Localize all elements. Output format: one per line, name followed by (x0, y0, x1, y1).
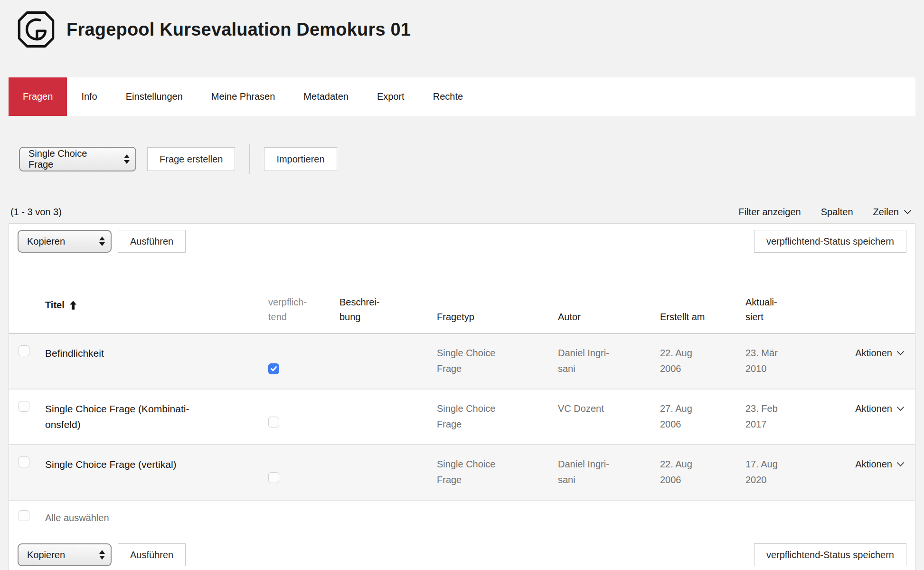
mandatory-checkbox[interactable] (268, 417, 279, 428)
question-table: Titel verpflich- tend Beschrei- bung Fra… (9, 259, 915, 535)
question-created: 22. Aug 2006 (653, 333, 739, 389)
toolbar-divider (249, 144, 250, 174)
column-header-verpflichtend: verpflich- tend (262, 259, 333, 333)
question-author: Daniel Ingri- sani (551, 445, 653, 500)
select-all-checkbox[interactable] (19, 510, 29, 521)
list-meta-row: (1 - 3 von 3) Filter anzeigen Spalten Ze… (9, 200, 915, 218)
question-type: Single Choice Frage (430, 333, 551, 389)
select-all-row: Alle auswählen (9, 500, 915, 535)
question-updated: 23. Feb 2017 (739, 389, 834, 445)
table-row: Single Choice Frage (Kombinati- onsfeld)… (9, 389, 915, 445)
column-header-aktualisiert[interactable]: Aktuali- siert (739, 259, 834, 333)
chevron-down-icon (896, 462, 905, 467)
row-actions-label: Aktionen (855, 345, 892, 361)
question-description (333, 445, 430, 500)
creation-toolbar: Single Choice Frage Frage erstellen Impo… (9, 144, 915, 174)
execute-button-top[interactable]: Ausführen (118, 230, 186, 253)
column-header-autor[interactable]: Autor (551, 259, 653, 333)
tab-export[interactable]: Export (363, 77, 419, 116)
row-select-checkbox[interactable] (19, 456, 29, 467)
chevron-down-icon (896, 406, 905, 411)
question-updated: 23. Mär 2010 (739, 333, 834, 389)
column-header-beschreibung[interactable]: Beschrei- bung (333, 259, 430, 333)
tab-info[interactable]: Info (67, 77, 111, 116)
bulk-action-select-value: Kopieren (27, 550, 65, 560)
question-created: 27. Aug 2006 (653, 389, 739, 445)
sort-ascending-icon (70, 286, 76, 324)
select-all-label: Alle auswählen (38, 500, 915, 535)
question-table-container: Kopieren Ausführen verpflichtend-Status … (9, 223, 915, 570)
column-header-erstellt-am[interactable]: Erstellt am (653, 259, 739, 333)
question-description (333, 389, 430, 445)
bulk-action-select-value: Kopieren (27, 236, 65, 247)
columns-link[interactable]: Spalten (821, 207, 853, 218)
tab-meine-phrasen[interactable]: Meine Phrasen (197, 77, 290, 116)
view-links: Filter anzeigen Spalten Zeilen (738, 207, 914, 218)
result-range-top: (1 - 3 von 3) (10, 207, 62, 218)
row-actions-label: Aktionen (855, 401, 892, 417)
table-row: Single Choice Frage (vertikal) Single Ch… (9, 445, 915, 500)
column-header-fragetyp[interactable]: Fragetyp (430, 259, 551, 333)
execute-button-bottom[interactable]: Ausführen (118, 543, 186, 566)
bulk-actions-bottom: Kopieren Ausführen verpflichtend-Status … (9, 535, 915, 570)
tab-rechte[interactable]: Rechte (419, 77, 477, 116)
question-type: Single Choice Frage (430, 445, 551, 500)
show-filter-link[interactable]: Filter anzeigen (738, 207, 801, 218)
question-title[interactable]: Single Choice Frage (vertikal) (38, 445, 262, 500)
question-created: 22. Aug 2006 (653, 445, 739, 500)
sort-by-title-link[interactable]: Titel (45, 286, 76, 324)
rows-link[interactable]: Zeilen (873, 207, 912, 218)
table-row: Befindlichkeit Single Choice Frage Danie… (9, 333, 915, 389)
question-title[interactable]: Befindlichkeit (38, 333, 262, 389)
chevron-down-icon (896, 351, 905, 356)
updown-arrows-icon (99, 237, 105, 246)
import-button[interactable]: Importieren (264, 147, 337, 171)
mandatory-checkbox[interactable] (268, 472, 279, 483)
question-title[interactable]: Single Choice Frage (Kombinati- onsfeld) (38, 389, 262, 445)
bulk-action-select-bottom[interactable]: Kopieren (18, 543, 112, 566)
column-header-titel: Titel (38, 259, 262, 333)
bulk-action-select-top[interactable]: Kopieren (18, 230, 112, 253)
chevron-down-icon (904, 209, 912, 215)
row-actions-dropdown[interactable]: Aktionen (855, 456, 905, 472)
column-header-actions-spacer (834, 259, 915, 333)
create-question-button[interactable]: Frage erstellen (147, 147, 235, 171)
header-checkbox-spacer (9, 259, 38, 333)
tab-metadaten[interactable]: Metadaten (289, 77, 363, 116)
row-actions-dropdown[interactable]: Aktionen (855, 345, 905, 361)
question-updated: 17. Aug 2020 (739, 445, 834, 500)
save-mandatory-status-button-bottom[interactable]: verpflichtend-Status speichern (754, 543, 906, 566)
table-header-row: Titel verpflich- tend Beschrei- bung Fra… (9, 259, 915, 333)
tab-fragen[interactable]: Fragen (9, 77, 67, 116)
updown-arrows-icon (99, 550, 105, 560)
mandatory-checkbox[interactable] (268, 363, 279, 374)
question-author: Daniel Ingri- sani (551, 333, 653, 389)
bulk-actions-top: Kopieren Ausführen verpflichtend-Status … (9, 224, 915, 259)
row-actions-label: Aktionen (855, 456, 892, 472)
question-description (333, 333, 430, 389)
tab-einstellungen[interactable]: Einstellungen (112, 77, 197, 116)
updown-arrows-icon (124, 154, 130, 164)
page-title: Fragepool Kursevaluation Demokurs 01 (66, 19, 411, 40)
question-author: VC Dozent (551, 389, 653, 445)
page-header: Fragepool Kursevaluation Demokurs 01 (9, 0, 915, 48)
tab-bar: Fragen Info Einstellungen Meine Phrasen … (9, 77, 915, 116)
page: Fragepool Kursevaluation Demokurs 01 Fra… (0, 0, 924, 570)
rows-link-label: Zeilen (873, 207, 899, 218)
row-select-checkbox[interactable] (19, 401, 29, 412)
question-type: Single Choice Frage (430, 389, 551, 445)
survey-question-pool-icon (17, 10, 55, 48)
question-type-select[interactable]: Single Choice Frage (19, 147, 136, 171)
column-header-titel-label: Titel (45, 298, 65, 313)
row-actions-dropdown[interactable]: Aktionen (855, 401, 905, 417)
save-mandatory-status-button-top[interactable]: verpflichtend-Status speichern (754, 230, 906, 253)
row-select-checkbox[interactable] (19, 345, 29, 356)
question-type-select-value: Single Choice Frage (28, 148, 114, 170)
